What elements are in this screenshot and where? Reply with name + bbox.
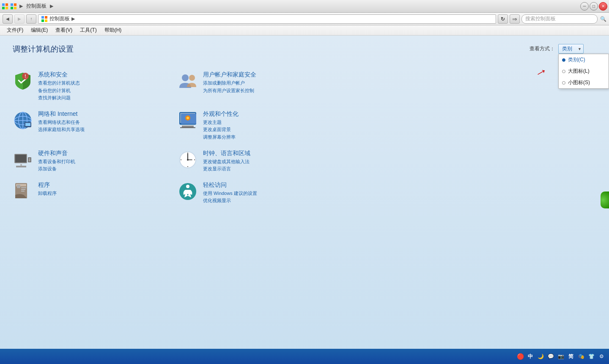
svg-rect-27 [180,127,195,128]
svg-point-34 [29,160,30,161]
security-content: 系统和安全 查看您的计算机状态 备份您的计算机 查找并解决问题 [38,71,80,102]
appearance-content: 外观和个性化 更改主题 更改桌面背景 调整屏幕分辨率 [203,110,239,141]
appearance-link-1[interactable]: 更改桌面背景 [203,126,239,134]
appearance-icon [178,110,198,131]
address-field[interactable]: 控制面板 ▶ [38,14,496,24]
search-field[interactable]: 搜索控制面板 [521,14,598,24]
up-button[interactable]: ↑ [26,14,36,24]
forward-button[interactable]: ▶ [14,14,25,24]
address-arrow: ▶ [71,16,75,22]
taskbar-icon-chinese[interactable]: 中 [526,352,535,361]
hardware-link-0[interactable]: 查看设备和打印机 [38,158,75,166]
ease-link-0[interactable]: 使用 Windows 建议的设置 [203,190,257,197]
appearance-title[interactable]: 外观和个性化 [203,110,239,118]
network-content: 网络和 Internet 查看网络状态和任务 选择家庭组和共享选项 [38,110,85,134]
svg-rect-26 [182,126,194,127]
close-button[interactable]: ✕ [599,2,607,11]
security-title[interactable]: 系统和安全 [38,71,80,79]
hardware-link-1[interactable]: 添加设备 [38,165,75,173]
user-icon [178,71,198,91]
svg-rect-8 [41,16,44,19]
ease-content: 轻松访问 使用 Windows 建议的设置 优化视频显示 [203,181,257,205]
hardware-title[interactable]: 硬件和声音 [38,150,75,157]
taskbar-icon-gear[interactable]: ⚙ [597,352,606,361]
svg-rect-6 [11,7,13,9]
view-mode-area: 查看方式： 类别 ▼ 类别(C) 大图标(L) 小图标(S) [529,44,584,54]
maximize-button[interactable]: □ [590,2,598,11]
security-link-0[interactable]: 查看您的计算机状态 [38,79,80,87]
svg-point-45 [194,159,195,160]
view-dropdown[interactable]: 类别 ▼ 类别(C) 大图标(L) 小图标(S) [558,44,584,54]
menu-view[interactable]: 查看(V) [52,26,76,35]
clock-link-1[interactable]: 更改显示语言 [203,165,250,173]
search-icon[interactable]: 🔍 [600,16,606,22]
breadcrumb-arrow2: ▶ [50,3,53,9]
category-user: 用户帐户和家庭安全 添加或删除用户帐户 为所有用户设置家长控制 [178,67,343,106]
program-icon [13,181,33,202]
svg-point-53 [186,185,189,188]
user-title[interactable]: 用户帐户和家庭安全 [203,71,256,79]
appearance-link-2[interactable]: 调整屏幕分辨率 [203,134,239,141]
svg-rect-48 [17,185,20,188]
menu-file[interactable]: 文件(F) [3,26,27,35]
main-content: 调整计算机的设置 查看方式： 类别 ▼ 类别(C) 大图标(L) [0,36,609,364]
view-dropdown-button[interactable]: 类别 ▼ [558,44,584,54]
taskbar: 🔴 中 🌙 💬 📷 简 🎭 👕 ⚙ [0,349,609,364]
svg-text:!: ! [25,74,26,79]
view-option-category[interactable]: 类别(C) [559,54,609,66]
category-clock: 时钟、语言和区域 更改键盘或其他输入法 更改显示语言 [178,145,343,177]
view-option-large[interactable]: 大图标(L) [559,66,609,77]
categories-grid: ! 系统和安全 查看您的计算机状态 备份您的计算机 查找并解决问题 [13,67,343,209]
menu-bar: 文件(F) 编辑(E) 查看(V) 工具(T) 帮助(H) [0,25,609,36]
taskbar-icon-simple[interactable]: 简 [567,352,575,361]
view-current: 类别 [562,46,572,52]
taskbar-icon-0[interactable]: 🔴 [516,352,524,361]
svg-rect-5 [14,3,16,6]
ease-link-1[interactable]: 优化视频显示 [203,197,257,205]
clock-icon [178,150,198,170]
svg-rect-51 [21,191,25,192]
clock-link-0[interactable]: 更改键盘或其他输入法 [203,158,250,166]
security-link-1[interactable]: 备份您的计算机 [38,87,80,95]
taskbar-icon-moon[interactable]: 🌙 [536,352,545,361]
radio-empty-icon-2 [562,81,565,85]
svg-rect-49 [21,187,26,188]
network-link-1[interactable]: 选择家庭组和共享选项 [38,126,85,134]
view-option-small[interactable]: 小图标(S) [559,77,609,88]
refresh-button[interactable]: ↻ [498,14,508,24]
user-link-0[interactable]: 添加或删除用户帐户 [203,79,256,87]
ease-title[interactable]: 轻松访问 [203,181,257,189]
security-link-2[interactable]: 查找并解决问题 [38,94,80,102]
program-content: 程序 卸载程序 [38,181,57,197]
menu-edit[interactable]: 编辑(E) [27,26,51,35]
program-link-0[interactable]: 卸载程序 [38,190,57,197]
hardware-icon [13,150,33,170]
window-icon [2,3,8,10]
chevron-down-icon: ▼ [578,47,582,51]
user-link-1[interactable]: 为所有用户设置家长控制 [203,87,256,95]
search-placeholder: 搜索控制面板 [525,15,556,22]
ease-icon [178,181,198,202]
menu-tools[interactable]: 工具(T) [77,26,100,35]
svg-rect-2 [2,7,5,9]
taskbar-icon-chat[interactable]: 💬 [546,352,555,361]
cp-icon [10,3,17,10]
category-security: ! 系统和安全 查看您的计算机状态 备份您的计算机 查找并解决问题 [13,67,178,106]
clock-title[interactable]: 时钟、语言和区域 [203,150,250,157]
appearance-link-0[interactable]: 更改主题 [203,119,239,126]
title-bar-buttons: ─ □ ✕ [580,2,607,11]
address-go-button[interactable]: ⇒ [510,14,520,24]
breadcrumb-cp [10,3,18,10]
taskbar-icon-img[interactable]: 🎭 [577,352,585,361]
program-title[interactable]: 程序 [38,181,57,189]
svg-rect-35 [16,166,26,167]
minimize-button[interactable]: ─ [580,2,589,11]
back-button[interactable]: ◀ [3,14,13,24]
svg-point-43 [187,166,188,167]
taskbar-icon-shirt[interactable]: 👕 [587,352,595,361]
network-title[interactable]: 网络和 Internet [38,110,85,118]
menu-help[interactable]: 帮助(H) [101,26,125,35]
taskbar-icon-cam[interactable]: 📷 [557,352,565,361]
network-link-0[interactable]: 查看网络状态和任务 [38,119,85,126]
svg-rect-22 [25,123,30,126]
